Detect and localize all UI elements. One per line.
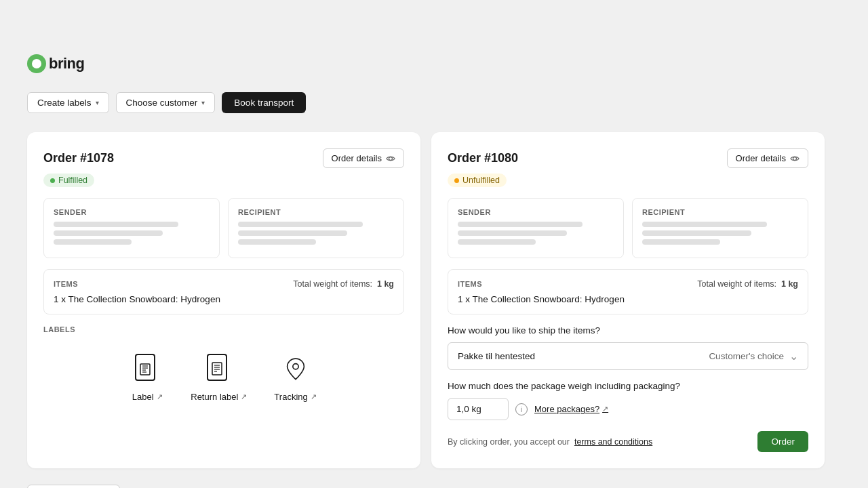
unfulfilled-dot: [454, 178, 459, 183]
order-1080-item-row: 1 x The Collection Snowboard: Hydrogen: [458, 294, 798, 304]
order-1080-weight-prefix: Total weight of items:: [697, 279, 776, 289]
toc-link[interactable]: terms and conditions: [574, 437, 652, 447]
label-document-icon: [134, 353, 160, 384]
order-1080-header: Order #1080 Order details: [448, 148, 808, 168]
tracking-icon-wrap: [279, 351, 312, 386]
create-labels-label: Create labels: [37, 98, 92, 108]
order-1080-items-label: ITEMS: [458, 280, 482, 288]
order-1078-weight-prefix: Total weight of items:: [293, 279, 372, 289]
order-1080-card: Order #1080 Order details Unfulfilled SE…: [431, 132, 825, 468]
order-1080-title: Order #1080: [448, 151, 518, 165]
order-1078-details-label: Order details: [332, 153, 382, 163]
shipping-chevron-icon: ⌄: [789, 350, 798, 363]
weight-info-icon[interactable]: i: [515, 403, 528, 415]
book-transport-button[interactable]: Book transport: [222, 92, 306, 113]
addr-line-10: [642, 222, 767, 227]
order-1078-title: Order #1078: [43, 151, 114, 165]
addr-line-9: [458, 239, 536, 245]
addr-line-7: [458, 222, 583, 227]
order-1078-items-label: ITEMS: [54, 280, 78, 288]
order-1078-labels-section: LABELS: [43, 325, 404, 409]
order-1080-items-weight: Total weight of items: 1 kg: [697, 279, 798, 289]
bring-logo: bring: [27, 54, 841, 73]
logo-icon: [27, 54, 46, 73]
tracking-pin-icon: [283, 353, 309, 384]
toc-row: By clicking order, you accept our terms …: [448, 431, 808, 452]
order-1078-recipient-label: RECIPIENT: [238, 208, 394, 216]
svg-point-13: [292, 364, 298, 369]
choose-customer-button[interactable]: Choose customer ▾: [116, 92, 216, 113]
order-1078-status-badge: Fulfilled: [43, 174, 94, 187]
order-1080-details-label: Order details: [736, 153, 786, 163]
more-packages-text: More packages?: [534, 404, 599, 414]
weight-input[interactable]: [448, 398, 509, 420]
order-1078-status-text: Fulfilled: [58, 176, 87, 185]
fulfilled-dot: [50, 178, 55, 183]
return-label-item[interactable]: Return label ↗: [191, 351, 247, 402]
addr-line-3: [54, 239, 132, 245]
svg-point-14: [793, 157, 797, 160]
tracking-ext-icon: ↗: [311, 392, 317, 401]
return-label-document-icon: [206, 353, 232, 384]
svg-rect-1: [136, 354, 155, 380]
order-1078-sender-label: SENDER: [54, 208, 210, 216]
order-1078-items-weight: Total weight of items: 1 kg: [293, 279, 394, 289]
label-text: Label: [132, 392, 154, 402]
order-1078-header: Order #1078 Order details: [43, 148, 404, 168]
order-1080-shipping-section: How would you like to ship the items? Pa…: [448, 325, 808, 452]
order-1078-sender-box: SENDER: [43, 198, 220, 258]
logo-inner-circle: [32, 59, 41, 68]
addr-line-12: [642, 239, 720, 245]
shipping-choice-right: Customer's choice ⌄: [709, 350, 798, 363]
svg-rect-8: [212, 363, 222, 375]
order-1080-weight-value: 1 kg: [781, 279, 798, 289]
tracking-item[interactable]: Tracking ↗: [274, 351, 316, 402]
order-1078-label-icons: Label ↗: [43, 344, 404, 409]
addr-line-11: [642, 230, 751, 236]
cards-container: Order #1078 Order details Fulfilled SEND…: [27, 132, 841, 468]
order-1080-items-section: ITEMS Total weight of items: 1 kg 1 x Th…: [448, 269, 808, 314]
order-1078-items-header: ITEMS Total weight of items: 1 kg: [54, 279, 394, 289]
external-link-icon: ↗: [157, 392, 163, 401]
logo-text: bring: [49, 55, 85, 73]
weight-question: How much does the package weigh includin…: [448, 381, 808, 391]
weight-row: i More packages? ↗: [448, 398, 808, 420]
toc-text: By clicking order, you accept our terms …: [448, 437, 652, 447]
label-item[interactable]: Label ↗: [131, 351, 163, 402]
order-1080-sender-label: SENDER: [458, 208, 614, 216]
shipping-select[interactable]: Pakke til hentested Customer's choice ⌄: [448, 342, 808, 370]
order-1080-address-row: SENDER RECIPIENT: [448, 198, 808, 258]
send-feedback-button[interactable]: Send feedback: [27, 485, 120, 488]
addr-line-2: [54, 230, 163, 236]
addr-line-4: [238, 222, 363, 227]
order-1080-details-button[interactable]: Order details: [727, 148, 808, 168]
create-labels-chevron: ▾: [96, 99, 99, 106]
addr-line-6: [238, 239, 316, 245]
svg-point-0: [389, 157, 393, 160]
order-1080-sender-box: SENDER: [448, 198, 624, 258]
toolbar: Create labels ▾ Choose customer ▾ Book t…: [27, 92, 841, 113]
create-labels-button[interactable]: Create labels ▾: [27, 92, 109, 113]
order-1078-address-row: SENDER RECIPIENT: [43, 198, 404, 258]
order-button[interactable]: Order: [757, 431, 808, 452]
order-1078-weight-value: 1 kg: [377, 279, 394, 289]
order-1078-items-section: ITEMS Total weight of items: 1 kg 1 x Th…: [43, 269, 404, 314]
return-label-icon-wrap: [203, 351, 235, 386]
order-1078-details-button[interactable]: Order details: [323, 148, 404, 168]
order-1078-item-row: 1 x The Collection Snowboard: Hydrogen: [54, 294, 394, 304]
label-link[interactable]: Label ↗: [132, 392, 163, 402]
tracking-link[interactable]: Tracking ↗: [274, 392, 316, 402]
order-1078-labels-title: LABELS: [43, 325, 404, 333]
toc-prefix: By clicking order, you accept our: [448, 437, 570, 447]
addr-line-1: [54, 222, 178, 227]
return-label-link[interactable]: Return label ↗: [191, 392, 247, 402]
choose-customer-chevron: ▾: [201, 99, 205, 106]
order-1080-items-header: ITEMS Total weight of items: 1 kg: [458, 279, 798, 289]
more-packages-link[interactable]: More packages? ↗: [534, 404, 608, 414]
order-1080-status-text: Unfulfilled: [462, 176, 500, 185]
order-1080-status-badge: Unfulfilled: [448, 174, 507, 187]
addr-line-8: [458, 230, 567, 236]
eye-icon: [386, 154, 395, 163]
label-icon-wrap: [131, 351, 163, 386]
order-1078-card: Order #1078 Order details Fulfilled SEND…: [27, 132, 420, 468]
